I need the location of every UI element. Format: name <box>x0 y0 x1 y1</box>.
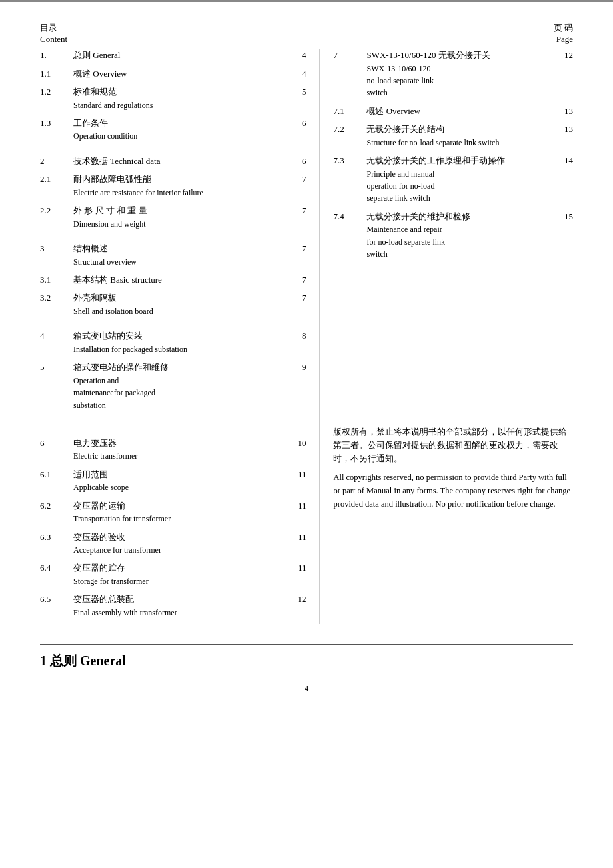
toc-text-3: 结构概述 <box>73 242 286 255</box>
toc-text-6-2: 变压器的运输 <box>73 499 286 513</box>
toc-sub-text-6-5: Final assembly with transformer <box>73 607 306 619</box>
toc-page-3-2: 7 <box>286 291 306 305</box>
toc-sub-text-6-3: Acceptance for transformer <box>73 545 306 556</box>
toc-sub-text-7b: no-load separate link <box>366 75 573 87</box>
toc-num-3: 3 <box>40 242 73 255</box>
toc-num-3-2: 3.2 <box>40 291 73 305</box>
toc-sub-text-5b: maintenancefor packaged <box>73 387 306 399</box>
toc-sub-indent-7-4c <box>333 249 366 260</box>
toc-text-7-1: 概述 Overview <box>366 105 553 118</box>
toc-sub-indent-3 <box>40 257 73 268</box>
toc-sub-indent-5c <box>40 400 73 411</box>
toc-page-1-3: 6 <box>286 117 306 130</box>
toc-group-1-2: 1.2 标准和规范 5 Standard and regulations <box>40 85 306 111</box>
toc-sub-indent-7c <box>333 87 366 99</box>
toc-num-6-3: 6.3 <box>40 531 73 544</box>
toc-entry-1-1: 1.1 概述 Overview 4 <box>40 67 306 81</box>
toc-sub-6: Electric transformer <box>40 451 306 462</box>
toc-sub-text-7-4a: Maintenance and repair <box>366 224 573 235</box>
toc-group-6: 6 电力变压器 10 Electric transformer <box>40 437 306 463</box>
toc-label-chinese: 目录 <box>40 22 67 34</box>
toc-text-2-1: 耐内部故障电弧性能 <box>73 173 286 186</box>
toc-num-3-1: 3.1 <box>40 273 73 287</box>
toc-sub-text-1-3: Operation condition <box>73 131 306 142</box>
toc-group-3-1: 3.1 基本结构 Basic structure 7 <box>40 273 306 287</box>
toc-entry-7-3: 7.3 无载分接开关的工作原理和手动操作 14 <box>333 154 573 167</box>
toc-sub-indent-7 <box>333 63 366 75</box>
toc-sub-text-7-3c: separate link switch <box>366 193 573 204</box>
toc-entry-1: 1. 总则 General 4 <box>40 49 306 62</box>
toc-sub-6-2: Transportation for transformer <box>40 513 306 525</box>
toc-sub-indent-6-1 <box>40 482 73 493</box>
toc-sub-text-1-2: Standard and regulations <box>73 100 306 111</box>
toc-group-7-3: 7.3 无载分接开关的工作原理和手动操作 14 Principle and ma… <box>333 154 573 205</box>
toc-sub-text-5: Operation and <box>73 375 306 387</box>
toc-page-2: 6 <box>286 155 306 168</box>
toc-entry-6-2: 6.2 变压器的运输 11 <box>40 499 306 513</box>
toc-text-1-3: 工作条件 <box>73 117 286 130</box>
toc-text-6-3: 变压器的验收 <box>73 531 286 544</box>
toc-sub-7c: switch <box>333 87 573 99</box>
toc-num-2-1: 2.1 <box>40 173 73 186</box>
toc-sub-indent-7-4b <box>333 237 366 248</box>
toc-num-7: 7 <box>333 49 366 62</box>
toc-sub-text-6-2: Transportation for transformer <box>73 513 306 525</box>
toc-sub-indent-6-2 <box>40 513 73 525</box>
toc-sub-text-7a: SWX-13-10/60-120 <box>366 63 573 75</box>
toc-entry-2: 2 技术数据 Technical data 6 <box>40 155 306 168</box>
toc-sub-7b: no-load separate link <box>333 75 573 87</box>
two-column-layout: 1. 总则 General 4 1.1 概述 Overview 4 <box>40 49 573 624</box>
toc-sub-indent-7-3c <box>333 193 366 204</box>
toc-text-1-2: 标准和规范 <box>73 85 286 99</box>
toc-sub-indent-4 <box>40 344 73 355</box>
toc-page-3-1: 7 <box>286 273 306 287</box>
toc-sub-text-7c: switch <box>366 87 573 99</box>
toc-num-5: 5 <box>40 361 73 374</box>
toc-page-6-5: 12 <box>286 593 306 606</box>
toc-entry-6-4: 6.4 变压器的贮存 11 <box>40 561 306 575</box>
toc-text-7-2: 无载分接开关的结构 <box>366 123 553 136</box>
toc-sub-1-3: Operation condition <box>40 131 306 142</box>
toc-page-6-3: 11 <box>286 531 306 544</box>
toc-group-2-2: 2.2 外 形 尺 寸 和 重 量 7 Dimension and weight <box>40 204 306 230</box>
toc-sub-indent-6-5 <box>40 607 73 619</box>
toc-sub-text-7-4c: switch <box>366 249 573 260</box>
toc-num-6-4: 6.4 <box>40 561 73 575</box>
toc-entry-3: 3 结构概述 7 <box>40 242 306 255</box>
toc-sub-5c: substation <box>40 400 306 411</box>
toc-sub-text-2-2: Dimension and weight <box>73 219 306 230</box>
toc-sub-text-7-4b: for no-load separate link <box>366 237 573 248</box>
toc-num-6: 6 <box>40 437 73 450</box>
toc-sub-2-1: Electric arc resistance for interior fai… <box>40 187 306 199</box>
copyright-chinese: 版权所有，禁止将本说明书的全部或部分，以任何形式提供给第三者。公司保留对提供的数… <box>333 425 573 465</box>
toc-sub-indent-7b <box>333 75 366 87</box>
spacer-large <box>40 417 306 437</box>
toc-sub-7-3: Principle and manual <box>333 169 573 180</box>
toc-sub-indent-6 <box>40 451 73 462</box>
toc-group-1: 1. 总则 General 4 <box>40 49 306 62</box>
toc-entry-6-3: 6.3 变压器的验收 11 <box>40 531 306 544</box>
toc-text-3-2: 外壳和隔板 <box>73 291 286 305</box>
toc-sub-text-6: Electric transformer <box>73 451 306 462</box>
toc-text-6-5: 变压器的总装配 <box>73 593 286 606</box>
toc-sub-5b: maintenancefor packaged <box>40 387 306 399</box>
toc-sub-indent-3-2 <box>40 306 73 317</box>
toc-group-7-4: 7.4 无载分接开关的维护和检修 15 Maintenance and repa… <box>333 210 573 261</box>
toc-sub-1-2: Standard and regulations <box>40 100 306 111</box>
toc-sub-text-2-1: Electric arc resistance for interior fai… <box>73 187 306 199</box>
toc-sub-text-6-4: Storage for transformer <box>73 576 306 587</box>
toc-sub-indent-2-2 <box>40 219 73 230</box>
toc-text-7-4: 无载分接开关的维护和检修 <box>366 210 553 223</box>
toc-num-1: 1. <box>40 49 73 62</box>
toc-page-7-1: 13 <box>553 105 573 118</box>
toc-sub-6-3: Acceptance for transformer <box>40 545 306 556</box>
toc-page-1-2: 5 <box>286 85 306 99</box>
toc-num-1-3: 1.3 <box>40 117 73 130</box>
toc-entry-7-4: 7.4 无载分接开关的维护和检修 15 <box>333 210 573 223</box>
copyright-box: 版权所有，禁止将本说明书的全部或部分，以任何形式提供给第三者。公司保留对提供的数… <box>333 425 573 511</box>
toc-sub-7-4c: switch <box>333 249 573 260</box>
toc-sub-indent-5 <box>40 375 73 387</box>
toc-entry-4: 4 箱式变电站的安装 8 <box>40 329 306 343</box>
toc-text-6-1: 适用范围 <box>73 468 286 481</box>
toc-entry-6: 6 电力变压器 10 <box>40 437 306 450</box>
